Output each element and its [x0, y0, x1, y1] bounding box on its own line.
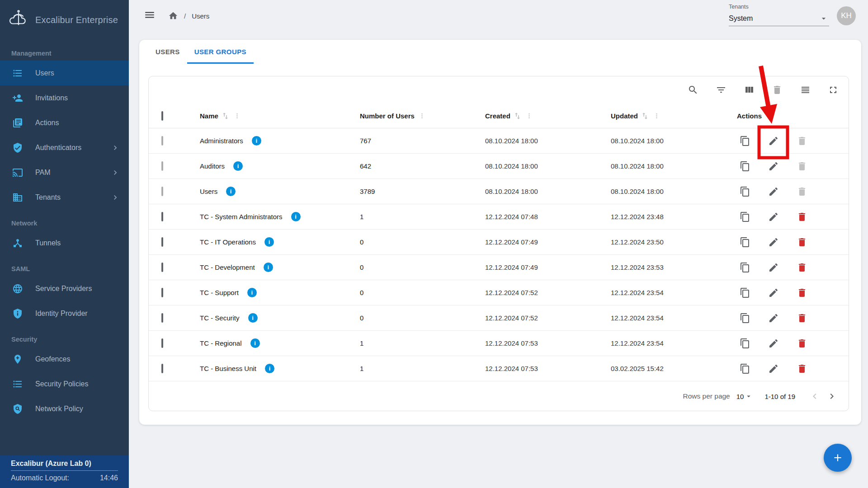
breadcrumb-separator: / [184, 12, 186, 20]
row-checkbox[interactable] [161, 338, 163, 348]
row-checkbox[interactable] [161, 288, 163, 297]
info-icon[interactable]: i [264, 237, 274, 247]
delete-icon[interactable] [797, 237, 807, 248]
column-header-label: Created [485, 112, 510, 120]
column-menu-icon[interactable] [653, 112, 660, 120]
toolbar-columns-icon[interactable] [744, 84, 755, 95]
copy-icon[interactable] [740, 363, 750, 374]
copy-icon[interactable] [740, 136, 750, 146]
info-icon[interactable]: i [265, 364, 274, 373]
toolbar-search-icon[interactable] [688, 84, 698, 95]
delete-icon[interactable] [797, 313, 807, 324]
sort-icon[interactable] [641, 112, 649, 120]
column-menu-icon[interactable] [418, 112, 426, 120]
info-icon[interactable]: i [291, 212, 301, 221]
sidebar-item-label: Identity Provider [35, 310, 88, 318]
table-row-tc-business-unit: TC - Business Uniti112.12.2024 07:5303.0… [149, 356, 849, 381]
select-all-checkbox[interactable] [161, 111, 163, 121]
copy-icon[interactable] [740, 287, 750, 298]
column-menu-icon[interactable] [233, 112, 241, 120]
info-icon[interactable]: i [250, 338, 260, 348]
created-date: 12.12.2024 07:52 [485, 289, 611, 296]
edit-icon[interactable] [768, 313, 779, 324]
toolbar-delete-icon[interactable] [772, 84, 783, 95]
section-label-saml: SAML [0, 265, 129, 272]
table-row-tc-it-operations: TC - IT Operationsi012.12.2024 07:4912.1… [149, 230, 849, 255]
copy-icon[interactable] [740, 161, 750, 172]
sidebar-item-invitations[interactable]: Invitations [0, 85, 129, 110]
row-checkbox[interactable] [161, 237, 163, 247]
row-checkbox[interactable] [161, 136, 163, 145]
next-page-button[interactable] [826, 390, 838, 402]
menu-toggle-icon[interactable] [144, 9, 156, 20]
copy-icon[interactable] [740, 211, 750, 222]
sidebar-item-actions[interactable]: Actions [0, 110, 129, 135]
sort-icon[interactable] [513, 112, 522, 120]
tab-user-groups[interactable]: USER GROUPS [187, 40, 254, 64]
edit-icon[interactable] [768, 136, 779, 146]
copy-icon[interactable] [740, 262, 750, 273]
sidebar-item-tenants[interactable]: Tenants [0, 185, 129, 210]
column-menu-icon[interactable] [525, 112, 533, 120]
sidebar-item-authenticators[interactable]: Authenticators [0, 135, 129, 160]
column-header-updated[interactable]: Updated [611, 112, 734, 120]
info-icon[interactable]: i [247, 288, 257, 297]
sidebar-item-security-policies[interactable]: Security Policies [0, 371, 129, 396]
copy-icon[interactable] [740, 313, 750, 324]
delete-icon [797, 136, 807, 146]
tenant-select[interactable]: Tenants System [729, 4, 829, 26]
row-checkbox[interactable] [161, 313, 163, 323]
edit-icon[interactable] [768, 161, 779, 172]
user-groups-card: USERSUSER GROUPS Name Number of Users Cr… [139, 40, 861, 425]
column-header-name[interactable]: Name [200, 112, 360, 120]
home-icon[interactable] [168, 11, 178, 21]
copy-icon[interactable] [740, 237, 750, 248]
avatar[interactable]: KH [837, 6, 856, 25]
created-date: 12.12.2024 07:49 [485, 238, 611, 246]
info-icon[interactable]: i [252, 136, 261, 145]
column-header-created[interactable]: Created [485, 112, 611, 120]
toolbar-density-icon[interactable] [800, 84, 811, 95]
sidebar-item-network-policy[interactable]: Network Policy [0, 396, 129, 421]
column-header-number-of-users[interactable]: Number of Users [360, 112, 485, 120]
edit-icon[interactable] [768, 237, 779, 248]
sort-icon[interactable] [221, 112, 230, 120]
tab-users[interactable]: USERS [148, 40, 187, 64]
previous-page-button[interactable] [809, 390, 821, 402]
edit-icon[interactable] [768, 211, 779, 222]
row-checkbox[interactable] [161, 364, 163, 373]
edit-icon[interactable] [768, 186, 779, 197]
rows-per-page-select[interactable]: 10 [736, 392, 753, 400]
info-icon[interactable]: i [233, 161, 243, 171]
copy-icon[interactable] [740, 338, 750, 349]
edit-icon[interactable] [768, 363, 779, 374]
info-icon[interactable]: i [248, 313, 258, 323]
sidebar-item-geofences[interactable]: Geofences [0, 347, 129, 371]
edit-icon[interactable] [768, 287, 779, 298]
delete-icon[interactable] [797, 211, 807, 222]
edit-icon[interactable] [768, 338, 779, 349]
table-footer: Rows per page 10 1-10 of 19 [149, 381, 849, 411]
row-checkbox[interactable] [161, 212, 163, 221]
sidebar-item-identity-provider[interactable]: Identity Provider [0, 301, 129, 326]
delete-icon[interactable] [797, 338, 807, 349]
info-icon[interactable]: i [226, 187, 236, 196]
copy-icon[interactable] [740, 186, 750, 197]
row-checkbox[interactable] [161, 263, 163, 272]
sidebar-item-service-providers[interactable]: Service Providers [0, 276, 129, 301]
delete-icon[interactable] [797, 287, 807, 298]
sidebar-item-users[interactable]: Users [0, 61, 129, 85]
sidebar-item-pam[interactable]: PAM [0, 160, 129, 185]
add-button[interactable] [824, 444, 852, 472]
row-checkbox[interactable] [161, 161, 163, 171]
toolbar-fullscreen-icon[interactable] [828, 84, 839, 95]
sidebar-item-tunnels[interactable]: Tunnels [0, 230, 129, 255]
info-icon[interactable]: i [264, 263, 273, 272]
delete-icon[interactable] [797, 363, 807, 374]
created-date: 08.10.2024 18:00 [485, 188, 611, 195]
breadcrumb-current[interactable]: Users [192, 12, 209, 20]
toolbar-filter-icon[interactable] [716, 84, 726, 95]
edit-icon[interactable] [768, 262, 779, 273]
delete-icon[interactable] [797, 262, 807, 273]
row-checkbox[interactable] [161, 187, 163, 196]
